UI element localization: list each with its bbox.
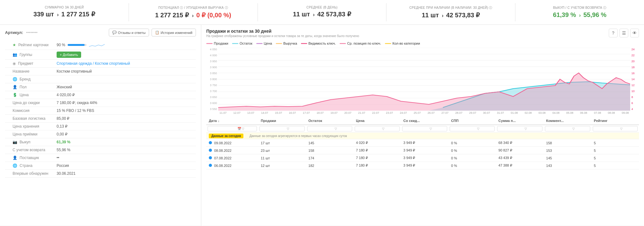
- filter-comments-icon[interactable]: ▽: [572, 127, 575, 130]
- row-dot-1: [209, 149, 212, 152]
- filter-row: 📅 ▽ ▽: [206, 125, 639, 133]
- filter-comments-input[interactable]: [547, 127, 572, 130]
- col-rating[interactable]: Рейтинг: [591, 117, 639, 125]
- col-sum[interactable]: Сумма п...: [496, 117, 544, 125]
- prop-value-storage: 0,13 ₽: [55, 123, 196, 130]
- table-section: Дата ↓ Продажи Остаток Цена Со скид...: [206, 117, 639, 222]
- chart-info-button[interactable]: ?: [609, 29, 618, 37]
- prop-value-commission: 15 % FBO / 12 % FBS: [55, 107, 196, 115]
- filter-stock-cell: ▽: [306, 125, 353, 133]
- cell-comments-0: 158: [544, 139, 591, 147]
- cell-date-3: 06.08.2022: [206, 162, 258, 169]
- prop-label-brand: 🌐 Бренд: [5, 75, 55, 83]
- filter-date-input[interactable]: [209, 127, 237, 130]
- legend-visibility[interactable]: Видимость ключ.: [301, 41, 336, 45]
- today-badge: Данные за сегодня: [209, 134, 243, 138]
- legend-revenue[interactable]: Выручка: [276, 41, 297, 45]
- x-label: 02.08: [525, 111, 532, 114]
- legend-position[interactable]: Ср. позиция по ключ.: [340, 41, 381, 45]
- chart-header: Продажи и остатки за 30 дней На графике …: [206, 29, 639, 38]
- col-stock[interactable]: Остаток: [306, 117, 353, 125]
- y-label: 3 700: [206, 90, 217, 93]
- x-label: 23.07: [386, 111, 393, 114]
- prop-label-gender: 👤 Пол: [5, 83, 55, 91]
- cell-sales-1: 23 шт: [258, 147, 306, 154]
- x-label: 15.07: [275, 111, 282, 114]
- legend-price[interactable]: Цена: [256, 41, 272, 45]
- rating-bar: [68, 44, 86, 46]
- stat-buyout-v1: 61,39 %: [553, 11, 576, 18]
- x-label: 25.07: [414, 111, 421, 114]
- stat-summary-arrow: ›: [57, 12, 60, 17]
- col-comments[interactable]: Коммент...: [544, 117, 591, 125]
- category-icon: ◉: [13, 61, 16, 66]
- x-axis: 11.07 12.07 13.07 14.07 15.07 16.07 17.0…: [206, 111, 639, 114]
- stat-potential-label: ПОТЕНЦИАЛ ⓘ / УПУЩЕННАЯ ВЫРУЧКА ⓘ: [134, 6, 253, 10]
- cell-discount-1: 3 949 ₽: [401, 147, 449, 154]
- y-label: 3 900: [206, 66, 217, 69]
- prop-value-subject: Спортивная одежда / Костюм спортивный: [55, 60, 196, 68]
- x-label: 19.07: [330, 111, 338, 114]
- col-discount[interactable]: Со скид...: [401, 117, 449, 125]
- cell-rating-3: 5: [591, 162, 639, 169]
- table-row: ★ Рейтинг карточки 90 %: [5, 40, 196, 50]
- filter-rating-icon[interactable]: ▽: [620, 127, 623, 130]
- filter-spp-input[interactable]: [451, 127, 476, 130]
- legend-stock[interactable]: Остаток: [232, 41, 253, 45]
- prop-value-price: 4 020,00 ₽: [55, 91, 196, 99]
- filter-sales-input[interactable]: [261, 127, 286, 130]
- col-spp[interactable]: СПП: [448, 117, 496, 125]
- prop-value-return: 55,96 %: [55, 146, 196, 154]
- col-price[interactable]: Цена: [353, 117, 401, 125]
- y-right-label: 6: [631, 102, 639, 105]
- y-axis-right: 24 22 20 18 16 14 12 10 8 6 4: [630, 48, 639, 111]
- x-label: 08.08: [608, 111, 615, 114]
- stat-average-value: 11 шт › 42 573,83 ₽: [263, 10, 381, 18]
- add-group-button[interactable]: + Добавить: [57, 52, 81, 58]
- y-label: 3 850: [206, 72, 217, 75]
- cell-sum-3: 47 388 ₽: [496, 162, 544, 169]
- table-row: Впервые обнаружен 30.06.2021: [5, 170, 196, 178]
- x-label: 31.07: [497, 111, 504, 114]
- prop-value-acceptance: 0,00 ₽: [55, 130, 196, 138]
- filter-sales-cell: ▽: [258, 125, 306, 133]
- price-icon: 💲: [13, 93, 17, 97]
- legend-sales[interactable]: Продажи: [206, 41, 228, 45]
- filter-stock-input[interactable]: [309, 127, 334, 130]
- filter-stock-icon[interactable]: ▽: [335, 127, 337, 130]
- row-dot-3: [209, 164, 212, 167]
- filter-icon[interactable]: ▽: [242, 127, 244, 130]
- table-row: 08.08.2022 23 шт 158 7 180 ₽ 3 949 ₽ 0 %…: [206, 147, 639, 154]
- chart-list-button[interactable]: ☰: [619, 29, 628, 37]
- filter-discount-input[interactable]: [404, 127, 429, 130]
- cell-discount-2: 3 949 ₽: [401, 154, 449, 162]
- col-date[interactable]: Дата ↓: [206, 117, 258, 125]
- filter-rating-input[interactable]: [594, 127, 619, 130]
- cell-discount-0: 3 949 ₽: [401, 139, 449, 147]
- x-label: 22.07: [372, 111, 379, 114]
- col-sales[interactable]: Продажи: [258, 117, 306, 125]
- table-row: 06.08.2022 12 шт 182 7 180 ₽ 3 949 ₽ 0 %…: [206, 162, 639, 169]
- cell-comments-1: 153: [544, 147, 591, 154]
- legend-category-count[interactable]: Кол-во категории: [385, 41, 420, 45]
- filter-price-icon[interactable]: ▽: [382, 127, 385, 130]
- history-button[interactable]: 📋 История изменений: [152, 29, 196, 36]
- reviews-button[interactable]: 💬 Отзывы и ответы: [109, 29, 149, 36]
- cell-price-0: 4 020 ₽: [353, 139, 401, 147]
- table-row: Базовая логистика 85,00 ₽: [5, 115, 196, 123]
- filter-price-input[interactable]: [356, 127, 381, 130]
- filter-spp-icon[interactable]: ▽: [477, 127, 480, 130]
- filter-discount-icon[interactable]: ▽: [430, 127, 432, 130]
- filter-sum-input[interactable]: [499, 127, 524, 130]
- today-banner-cell: Данные за сегодня Данные за сегодня агре…: [206, 133, 639, 139]
- filter-sum-icon[interactable]: ▽: [525, 127, 527, 130]
- filter-sales-icon[interactable]: ▽: [287, 127, 289, 130]
- y-right-label: 12: [631, 84, 639, 87]
- cell-sum-1: 90 827 ₽: [496, 147, 544, 154]
- cell-spp-3: 0 %: [448, 162, 496, 169]
- y-right-label: 16: [631, 72, 639, 75]
- legend-dot-sales: [206, 43, 213, 44]
- x-label: 17.07: [303, 111, 310, 114]
- chart-view-button[interactable]: 👁: [630, 29, 639, 37]
- table-row: 👤 Пол Женский: [5, 83, 196, 91]
